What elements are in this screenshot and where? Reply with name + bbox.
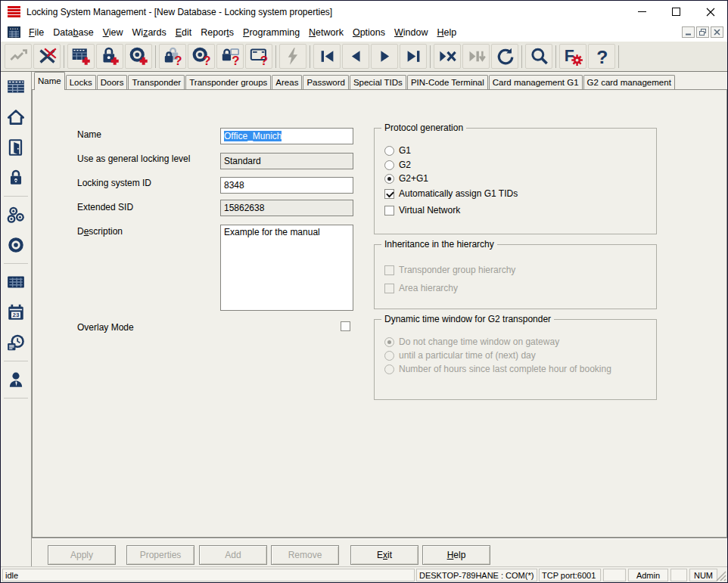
menu-options[interactable]: Options xyxy=(348,25,390,40)
apply-button[interactable]: Apply xyxy=(48,545,116,565)
menu-database[interactable]: Database xyxy=(48,25,98,40)
overlay-mode-checkbox[interactable] xyxy=(341,321,350,331)
radio-g1[interactable]: G1 xyxy=(384,145,411,156)
read-network-icon[interactable]: ? xyxy=(245,44,272,69)
next-record-icon[interactable] xyxy=(371,44,398,69)
locking-level-label: Use as general locking level xyxy=(77,154,190,164)
resize-grip[interactable] xyxy=(716,571,726,581)
transfer-icon[interactable] xyxy=(5,44,32,69)
exit-button[interactable]: Exit xyxy=(350,545,418,565)
previous-record-icon[interactable] xyxy=(342,44,369,69)
menu-bar: File Database View Wizards Edit Reports … xyxy=(1,23,727,42)
calendar-icon[interactable]: 23 xyxy=(2,299,30,326)
virtual-network-checkbox[interactable]: Virtual Network xyxy=(384,205,460,216)
transponder-icon[interactable] xyxy=(2,231,30,259)
dynamic-time-window-title: Dynamic time window for G2 transponder xyxy=(381,314,554,324)
transponder-group-icon[interactable] xyxy=(2,201,30,228)
dynamic-time-window-group: Dynamic time window for G2 transponder D… xyxy=(374,319,657,400)
tab-card-management-g1[interactable]: Card management G1 xyxy=(489,75,583,90)
tab-transponder-groups[interactable]: Transponder groups xyxy=(185,75,271,90)
app-logo-icon xyxy=(8,6,20,17)
help-icon[interactable]: ? xyxy=(588,44,615,69)
transponder-group-hierarchy-checkbox: Transponder group hierarchy xyxy=(384,265,515,275)
radio-g2[interactable]: G2 xyxy=(384,160,411,170)
tab-password[interactable]: Password xyxy=(303,75,349,90)
read-lock-icon[interactable]: ? xyxy=(159,44,186,69)
status-bar: idle DESKTOP-789HANE : COM(*) TCP port:6… xyxy=(1,566,727,582)
first-record-icon[interactable] xyxy=(313,44,341,69)
side-toolbar: 23 xyxy=(1,72,32,566)
tab-pin-code-terminal[interactable]: PIN-Code Terminal xyxy=(407,75,488,90)
tab-areas[interactable]: Areas xyxy=(272,75,302,90)
menu-wizards[interactable]: Wizards xyxy=(128,25,171,40)
content-area: Name Locks Doors Transponder Transponder… xyxy=(32,72,727,566)
read-transponder-icon[interactable]: ? xyxy=(188,44,215,69)
status-empty-2 xyxy=(670,569,687,581)
home-icon[interactable] xyxy=(2,104,30,131)
radio-g2-g1[interactable]: G2+G1 xyxy=(384,173,428,184)
menu-view[interactable]: View xyxy=(98,25,128,40)
user-icon[interactable] xyxy=(2,366,30,393)
remove-record-icon[interactable] xyxy=(434,44,461,69)
last-record-icon[interactable] xyxy=(400,44,427,69)
menu-network[interactable]: Network xyxy=(304,25,348,40)
help-button[interactable]: Help xyxy=(422,545,490,565)
auto-assign-g1-tids-checkbox[interactable]: Automatically assign G1 TIDs xyxy=(384,188,518,199)
svg-text:?: ? xyxy=(260,54,267,67)
import-record-icon[interactable] xyxy=(462,44,490,69)
matrix-view-icon[interactable] xyxy=(2,73,30,101)
description-input[interactable]: Example for the manual xyxy=(220,225,353,311)
status-message: idle xyxy=(2,569,415,581)
close-button[interactable] xyxy=(693,1,727,23)
new-locking-system-icon[interactable] xyxy=(67,44,95,69)
new-lock-icon[interactable] xyxy=(96,44,123,69)
locking-level-input: Standard xyxy=(220,153,353,169)
svg-text:?: ? xyxy=(596,47,608,67)
radio-no-change-gateway: Do not change time window on gateway xyxy=(384,336,559,347)
door-icon[interactable] xyxy=(2,134,30,161)
search-icon[interactable] xyxy=(525,44,552,69)
tab-g2-card-management[interactable]: G2 card management xyxy=(583,75,675,90)
menu-reports[interactable]: Reports xyxy=(196,25,238,40)
maximize-button[interactable] xyxy=(659,1,693,23)
refresh-icon[interactable] xyxy=(491,44,518,69)
tab-locks[interactable]: Locks xyxy=(66,75,96,90)
matrix-dark-icon[interactable] xyxy=(2,268,30,296)
app-window: Locking System Management - [New Databas… xyxy=(0,0,728,583)
system-id-input[interactable]: 8348 xyxy=(220,177,353,194)
menu-edit[interactable]: Edit xyxy=(171,25,197,40)
status-empty-1 xyxy=(603,569,626,581)
inheritance-group: Inheritance in the hierarchy Transponder… xyxy=(374,244,657,309)
tab-special-tids[interactable]: Special TIDs xyxy=(350,75,406,90)
svg-text:F: F xyxy=(564,47,574,65)
menu-file[interactable]: File xyxy=(24,25,48,40)
menu-programming[interactable]: Programming xyxy=(238,25,304,40)
tab-name[interactable]: Name xyxy=(34,72,65,90)
remove-button[interactable]: Remove xyxy=(271,545,339,565)
filter-settings-icon[interactable]: F xyxy=(559,44,586,69)
minimize-button[interactable] xyxy=(625,1,659,23)
menu-help[interactable]: Help xyxy=(433,25,462,40)
mdi-minimize-button[interactable] xyxy=(682,26,695,38)
tab-transponder[interactable]: Transponder xyxy=(128,75,185,90)
disconnect-icon[interactable] xyxy=(33,44,61,69)
menu-window[interactable]: Window xyxy=(390,25,432,40)
svg-text:?: ? xyxy=(203,54,210,67)
protocol-generation-group: Protocol generation G1 G2 G2+G1 Automati… xyxy=(374,128,657,234)
status-tcp-port: TCP port:6001 xyxy=(539,569,601,581)
lock-icon[interactable] xyxy=(2,164,30,191)
toolbar: ? ? ? ? F ? xyxy=(1,42,727,72)
name-input[interactable]: Office_Munich xyxy=(220,128,353,144)
properties-button[interactable]: Properties xyxy=(126,545,194,565)
mdi-close-button[interactable] xyxy=(711,26,723,38)
name-label: Name xyxy=(77,129,101,140)
flash-icon[interactable] xyxy=(279,44,306,69)
add-button[interactable]: Add xyxy=(199,545,267,565)
mdi-restore-button[interactable] xyxy=(696,26,709,38)
svg-text:?: ? xyxy=(232,54,239,67)
read-lock-card-icon[interactable]: ? xyxy=(216,44,244,69)
time-zone-icon[interactable] xyxy=(2,329,30,356)
tab-doors[interactable]: Doors xyxy=(97,75,128,90)
new-transponder-icon[interactable] xyxy=(125,44,152,69)
tab-strip: Name Locks Doors Transponder Transponder… xyxy=(32,72,727,90)
